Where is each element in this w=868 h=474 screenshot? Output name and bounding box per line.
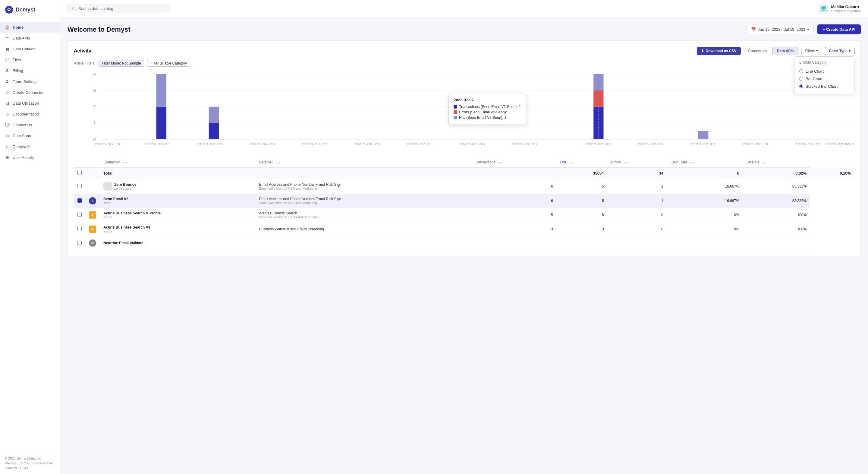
page-header: Welcome to Demyst 📅 Jun 19, 2023 - Jul 1…: [67, 24, 861, 34]
seon-icon: S: [89, 197, 96, 204]
bar-chart-radio[interactable]: [799, 77, 803, 81]
svg-text:1: 1: [93, 121, 96, 125]
chart-type-button[interactable]: Chart Type ▾: [825, 47, 855, 55]
total-checkbox[interactable]: [78, 171, 82, 175]
activity-table: Connector ▲▼ Data API ▲▼ Transactions ▲▼…: [74, 157, 855, 250]
total-hits: 34: [607, 168, 667, 179]
table-row: S Seon Email V2 seon Email Address: [74, 194, 855, 208]
svg-rect-12: [156, 107, 166, 139]
sidebar-item-contact-us[interactable]: 💬 Contact Us: [0, 119, 60, 130]
sidebar-item-data-share-label: Data Share: [13, 134, 33, 138]
tab-data-apis[interactable]: Data APIs: [772, 47, 798, 55]
search-bar[interactable]: [67, 4, 170, 13]
chart-type-btn-label: Chart Type: [829, 49, 847, 53]
sidebar-item-demyst-ai[interactable]: ◇ Demyst AI: [0, 141, 60, 152]
option-bar-chart[interactable]: Bar Chart: [799, 75, 849, 83]
user-name: Mallika Gokarn: [831, 4, 861, 9]
sidebar-item-home-label: Home: [13, 25, 24, 30]
sidebar-item-data-share[interactable]: ⊙ Data Share: [0, 130, 60, 141]
chart-type-chevron-icon: ▾: [849, 49, 850, 53]
acuris-icon-1: A: [89, 226, 96, 233]
col-color: [85, 157, 100, 168]
sidebar-footer: © 2023 DemystData, Ltd Privacy · Terms ·…: [0, 452, 60, 474]
svg-text:2023-06-27: 2023-06-27: [302, 143, 328, 146]
option-stacked-bar-chart[interactable]: Stacked Bar Chart: [799, 83, 849, 90]
connector-icon-0: --: [103, 182, 112, 190]
sidebar-item-contact-us-label: Contact Us: [13, 123, 32, 127]
dropdown-title: Billable Category: [799, 60, 849, 64]
search-input[interactable]: [79, 6, 165, 11]
footer-link-terms[interactable]: Terms: [19, 461, 28, 465]
svg-text:2023-06-23: 2023-06-23: [197, 143, 223, 146]
footer-link-cookies[interactable]: Cookies: [5, 466, 17, 470]
sidebar-item-home[interactable]: 🏠 Home: [0, 22, 60, 33]
svg-rect-14: [209, 123, 219, 139]
date-range-picker[interactable]: 📅 Jun 19, 2023 - Jul 19, 2023 ▾: [747, 25, 814, 34]
col-errors[interactable]: Errors ▲▼: [607, 157, 667, 168]
error-rate-sort-icon: ▲▼: [689, 161, 695, 164]
message-icon: 💬: [5, 122, 10, 127]
footer-link-privacy[interactable]: Privacy: [5, 461, 16, 465]
connector-name-0: Zero Bounce: [114, 182, 136, 187]
sidebar-item-documentation[interactable]: ◇ Documentation: [0, 109, 60, 119]
sidebar-item-files[interactable]: 📄 Files: [0, 54, 60, 65]
filters-btn-label: Filters: [805, 49, 815, 53]
sidebar-item-data-utilization-label: Data Utilization: [13, 101, 39, 106]
row-3-checkbox[interactable]: [78, 227, 82, 231]
line-chart-radio[interactable]: [799, 69, 803, 73]
filters-button[interactable]: Filters ▾: [801, 47, 822, 55]
sidebar-item-create-connector[interactable]: ◇ Create Connector: [0, 87, 60, 98]
grid-icon: ▦: [5, 47, 10, 51]
activity-icon: 〜: [5, 36, 10, 40]
create-data-api-button[interactable]: + Create Data API: [817, 24, 861, 34]
col-connector[interactable]: Connector ▲▼: [100, 157, 255, 168]
row-4-checkbox[interactable]: [78, 241, 82, 245]
sidebar-item-files-label: Files: [13, 58, 21, 62]
connector-name-3: Acuris Business Search V3: [103, 225, 150, 230]
sidebar-item-billing[interactable]: $ Billing: [0, 65, 60, 76]
tooltip-dot-transactions: [454, 105, 457, 109]
demyst-logo-icon: [5, 5, 13, 14]
col-transactions[interactable]: Transactions ▲▼: [471, 157, 557, 168]
sidebar-item-team-settings[interactable]: ⚙ Team Settings: [0, 76, 60, 87]
hit-rate-sort-icon: ▲▼: [762, 161, 767, 164]
data-api-sort-icon: ▲▼: [276, 161, 281, 164]
table-row: N Neutrine Email Validate...: [74, 236, 855, 250]
api-sub-0: Email Validation for KYC and Marketing: [259, 187, 467, 190]
footer-link-slas[interactable]: SLAs: [20, 466, 28, 470]
sidebar-item-data-catalog[interactable]: ▦ Data Catalog: [0, 43, 60, 54]
download-csv-button[interactable]: ⬇ Download as CSV: [697, 47, 741, 55]
chart-type-dropdown: Billable Category Line Chart Bar Chart: [794, 56, 855, 94]
create-btn-label: + Create Data API: [823, 27, 855, 32]
footer-link-subprocessor[interactable]: Sub-processor: [31, 461, 53, 465]
active-filters-label: Active Filters:: [74, 61, 96, 65]
svg-rect-15: [209, 107, 219, 123]
col-data-api[interactable]: Data API ▲▼: [255, 157, 471, 168]
user-details: Mallika Gokarn DemystData (demo): [831, 4, 861, 13]
row-2-checkbox[interactable]: [78, 213, 82, 217]
col-hit-rate[interactable]: Hit Rate ▲▼: [743, 157, 810, 168]
connector-cell-2: Acuris Business Search & Profile acuris: [103, 211, 252, 219]
sidebar-item-data-utilization[interactable]: 📊 Data Utilization: [0, 98, 60, 109]
row-0-checkbox[interactable]: [78, 184, 82, 188]
col-hits[interactable]: Hits ▲▼: [557, 157, 607, 168]
svg-text:2023-06-19: 2023-06-19: [94, 143, 120, 146]
hits-3: 3: [557, 222, 607, 236]
stacked-bar-chart-radio[interactable]: [799, 84, 803, 88]
sidebar-item-data-apis[interactable]: 〜 Data APIs: [0, 33, 60, 43]
activity-header: Activity ⬇ Download as CSV Connectors Da…: [74, 47, 855, 55]
option-line-chart[interactable]: Line Chart: [799, 67, 849, 75]
footer-company: © 2023 DemystData, Ltd: [5, 456, 55, 460]
col-error-rate[interactable]: Error Rate ▲▼: [667, 157, 743, 168]
api-sub-2: Business Watchlist and Fraud Screening: [259, 215, 467, 219]
svg-text:2023-07-13: 2023-07-13: [742, 143, 768, 146]
total-errors: 6: [667, 168, 743, 179]
date-range-label: Jun 19, 2023 - Jul 19, 2023: [758, 27, 805, 32]
page-actions: 📅 Jun 19, 2023 - Jul 19, 2023 ▾ + Create…: [747, 24, 861, 34]
connector-cell-1: Seon Email V2 seon: [103, 197, 252, 205]
table-row: -- Zero Bounce zerobounce Email Address …: [74, 179, 855, 194]
tab-connectors[interactable]: Connectors: [744, 47, 771, 55]
sidebar-item-user-activity[interactable]: ☰ User Activity: [0, 152, 60, 163]
tooltip-date: 2023-07-07: [454, 98, 522, 102]
topbar: 🌐 Mallika Gokarn DemystData (demo): [60, 0, 868, 17]
